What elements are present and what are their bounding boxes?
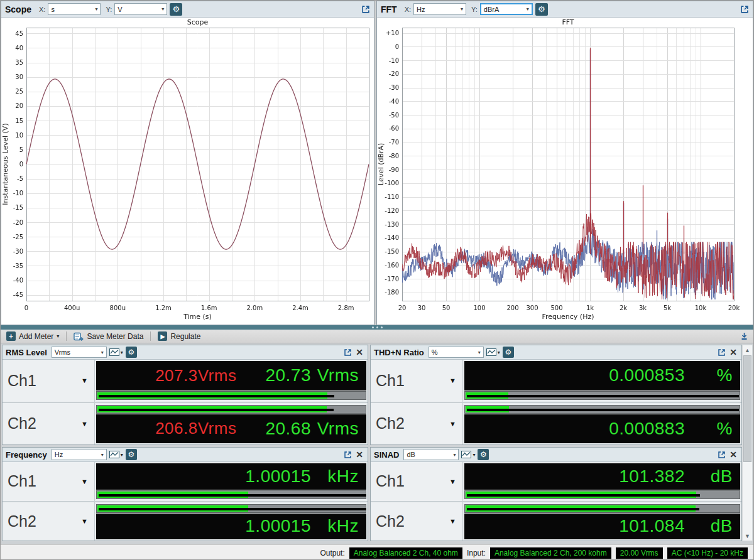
popout-icon[interactable] — [718, 451, 726, 459]
fft-panel-header: FFT X: Hz ▾ Y: dBrA ▾ ⚙ — [377, 1, 753, 18]
meter-display: 1.00015 kHz — [96, 463, 366, 490]
meters-scrollbar[interactable]: ▲ ▼ — [742, 345, 753, 541]
meter-header: THD+N Ratio % ▾ ▾ ⚙ ✕ — [371, 345, 741, 360]
gear-icon[interactable]: ⚙ — [126, 347, 137, 358]
meter-unit-select[interactable]: % ▾ — [429, 347, 484, 358]
display-mode-icon[interactable]: ▾ — [486, 348, 500, 356]
meter-value: 0.000853 — [609, 365, 685, 385]
meter-secondary-value: 206.8Vrms — [155, 419, 236, 438]
gear-icon[interactable]: ⚙ — [126, 449, 137, 460]
chevron-down-icon: ▾ — [57, 333, 59, 339]
save-meter-data-label: Save Meter Data — [87, 332, 143, 341]
fft-x-unit-select[interactable]: Hz ▾ — [413, 3, 466, 15]
display-mode-icon[interactable]: ▾ — [109, 348, 123, 356]
gear-icon[interactable]: ⚙ — [478, 449, 489, 460]
channel-selector-ch1[interactable]: Ch1 ▼ — [3, 462, 95, 501]
scroll-up-icon[interactable]: ▲ — [743, 345, 752, 355]
channel-content: 101.084 dB — [463, 502, 741, 541]
meter-unit-select[interactable]: dB ▾ — [403, 449, 459, 460]
input-bandwidth-badge[interactable]: AC (<10 Hz) - 20 kHz — [667, 547, 748, 559]
channel-selector-ch2[interactable]: Ch2 ▼ — [3, 502, 95, 541]
gear-icon[interactable]: ⚙ — [535, 3, 548, 16]
meter-value: 101.382 — [619, 466, 685, 487]
channel-selector-ch2[interactable]: Ch2 ▼ — [3, 403, 95, 445]
meter-value-unit: % — [685, 419, 733, 439]
input-range-badge[interactable]: 20.00 Vrms — [616, 547, 663, 559]
meter-channel-row: Ch2 ▼ 0.000883 % — [371, 403, 741, 445]
input-config-badge[interactable]: Analog Balanced 2 Ch, 200 kohm — [490, 547, 611, 559]
popout-icon[interactable] — [740, 5, 749, 14]
meter-body: Ch1 ▼ 1.00015 kHz Ch2 ▼ — [3, 462, 368, 541]
meter-value-unit: % — [685, 365, 733, 385]
save-meter-data-button[interactable]: Save Meter Data — [70, 330, 146, 343]
channel-label: Ch1 — [376, 472, 405, 490]
close-icon[interactable]: ✕ — [354, 347, 364, 357]
regulate-label: Regulate — [170, 332, 200, 341]
horizontal-splitter[interactable] — [1, 325, 753, 330]
level-bar — [464, 405, 740, 414]
level-bar-peak-line — [99, 508, 366, 510]
chevron-down-icon: ▾ — [478, 350, 481, 355]
channel-selector-ch1[interactable]: Ch1 ▼ — [371, 360, 463, 402]
chevron-down-icon: ▾ — [527, 6, 529, 12]
fft-x-label: X: — [405, 6, 411, 13]
meter-value-unit: Vrms — [311, 419, 359, 439]
channel-selector-ch2[interactable]: Ch2 ▼ — [371, 403, 463, 445]
close-icon[interactable]: ✕ — [728, 347, 738, 357]
scroll-down-icon[interactable]: ▼ — [743, 531, 752, 541]
gear-icon[interactable]: ⚙ — [170, 3, 182, 16]
level-bar — [96, 490, 366, 499]
meter-value-unit: kHz — [311, 466, 359, 487]
chevron-down-icon: ▾ — [95, 6, 97, 12]
meter-header: Frequency Hz ▾ ▾ ⚙ ✕ — [3, 448, 368, 462]
channel-content: 1.00015 kHz — [95, 502, 368, 541]
add-meter-button[interactable]: + Add Meter ▾ — [3, 330, 62, 343]
scope-title: Scope — [5, 4, 31, 14]
chevron-down-icon: ▾ — [121, 350, 123, 355]
channel-selector-ch2[interactable]: Ch2 ▼ — [371, 502, 463, 541]
popout-icon[interactable] — [344, 348, 352, 357]
close-icon[interactable]: ✕ — [728, 450, 738, 460]
meters-grid: RMS Level Vrms ▾ ▾ ⚙ ✕ Ch1 ▼ — [2, 345, 753, 541]
scrollbar-thumb[interactable] — [743, 355, 751, 462]
meter-value-unit: dB — [685, 466, 733, 487]
regulate-button[interactable]: ▶ Regulate — [155, 330, 204, 343]
meter-title: THD+N Ratio — [374, 348, 424, 357]
popout-icon[interactable] — [361, 5, 370, 14]
gear-icon[interactable]: ⚙ — [503, 347, 514, 358]
channel-selector-ch1[interactable]: Ch1 ▼ — [371, 462, 463, 501]
scope-x-unit-select[interactable]: s ▾ — [48, 3, 101, 15]
meter-channel-row: Ch2 ▼ 206.8Vrms 20.68 Vrms — [3, 403, 368, 445]
meter-panel-rms-level: RMS Level Vrms ▾ ▾ ⚙ ✕ Ch1 ▼ — [2, 345, 368, 445]
meter-display: 0.000883 % — [464, 414, 740, 444]
channel-selector-ch1[interactable]: Ch1 ▼ — [3, 360, 95, 402]
meter-display: 207.3Vrms 20.73 Vrms — [96, 361, 366, 390]
popout-icon[interactable] — [718, 348, 726, 357]
channel-label: Ch1 — [8, 472, 36, 490]
close-icon[interactable]: ✕ — [354, 450, 364, 460]
fft-y-unit-value: dBrA — [484, 6, 499, 13]
apx500-window: Scope X: s ▾ Y: V ▾ ⚙ — [0, 0, 754, 560]
meter-unit-value: dB — [407, 451, 415, 458]
popout-icon[interactable] — [344, 451, 352, 459]
meter-header: RMS Level Vrms ▾ ▾ ⚙ ✕ — [3, 345, 368, 360]
display-mode-icon[interactable]: ▾ — [109, 451, 123, 458]
fft-x-unit-value: Hz — [417, 6, 425, 13]
chevron-down-icon: ▾ — [101, 452, 104, 458]
meter-unit-select[interactable]: Hz ▾ — [52, 449, 107, 460]
pin-panel-icon[interactable] — [740, 332, 751, 340]
meter-unit-select[interactable]: Vrms ▾ — [52, 347, 107, 358]
channel-label: Ch2 — [8, 512, 36, 530]
meter-title: RMS Level — [6, 348, 47, 357]
channel-label: Ch2 — [376, 512, 405, 530]
output-config-badge[interactable]: Analog Balanced 2 Ch, 40 ohm — [349, 547, 462, 559]
meter-channel-row: Ch2 ▼ 101.084 dB — [371, 502, 741, 541]
level-bar-peak-line — [99, 395, 334, 397]
display-mode-icon[interactable]: ▾ — [461, 451, 475, 458]
meters-toolbar: + Add Meter ▾ Save Meter Data ▶ Regulate — [1, 330, 753, 343]
fft-y-unit-select[interactable]: dBrA ▾ — [480, 3, 533, 15]
chevron-down-icon: ▼ — [449, 478, 456, 485]
meter-panel-thd-n-ratio: THD+N Ratio % ▾ ▾ ⚙ ✕ Ch1 ▼ — [370, 345, 742, 445]
scope-y-unit-select[interactable]: V ▾ — [114, 3, 167, 15]
play-icon: ▶ — [158, 331, 167, 341]
